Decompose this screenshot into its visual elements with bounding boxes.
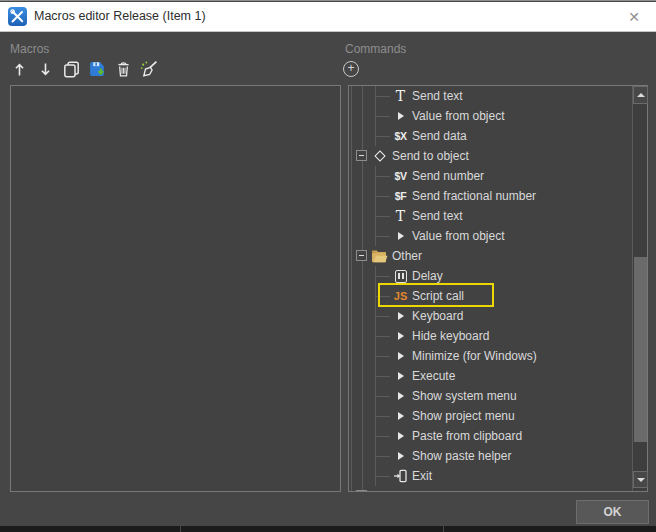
background-window-strip (0, 526, 656, 532)
scrollbar-thumb[interactable] (634, 257, 647, 442)
tree-item-label: Execute (412, 366, 455, 386)
triangle-down-icon (637, 478, 645, 482)
tree-item[interactable]: Minimize (for Windows) (349, 346, 632, 366)
tree-item-label: Send text (412, 206, 463, 226)
folder-closed-icon (372, 490, 388, 492)
arrow-icon (398, 432, 404, 440)
tree-item[interactable]: Execute (349, 366, 632, 386)
exit-door-icon (393, 469, 408, 483)
tree-scrollbar[interactable] (632, 86, 647, 491)
tree-item[interactable]: Hide keyboard (349, 326, 632, 346)
tree-item[interactable]: Exit (349, 466, 632, 486)
arrow-down-icon (38, 61, 53, 78)
save-button[interactable] (87, 59, 107, 79)
tree-item[interactable]: Other (349, 246, 632, 266)
duplicate-button[interactable] (61, 59, 81, 79)
tree-item[interactable]: $XSend data (349, 126, 632, 146)
tree-expander[interactable] (356, 250, 367, 261)
tree-item-label: Hide keyboard (412, 326, 489, 346)
arrow-icon (398, 452, 404, 460)
delete-button[interactable] (113, 59, 133, 79)
tree-item[interactable]: Runtime (349, 486, 632, 491)
scroll-up-button[interactable] (633, 86, 648, 104)
macros-list[interactable] (10, 85, 341, 492)
tree-item-label: Other (392, 246, 422, 266)
tree-item-label: Send to object (392, 146, 469, 166)
add-command-icon[interactable]: + (343, 61, 359, 77)
tree-item[interactable]: Show project menu (349, 406, 632, 426)
trash-icon (116, 61, 131, 78)
arrow-up-icon (12, 61, 27, 78)
macros-label: Macros (10, 42, 49, 56)
window-title: Macros editor Release (Item 1) (34, 9, 206, 23)
close-button[interactable]: ✕ (620, 5, 648, 29)
tree-item-label: Minimize (for Windows) (412, 346, 537, 366)
copy-icon (63, 61, 80, 78)
tree-item-label: Show system menu (412, 386, 517, 406)
arrow-icon (398, 412, 404, 420)
arrow-icon (398, 372, 404, 380)
macros-toolbar (9, 59, 159, 79)
tree-item-label: Send fractional number (412, 186, 536, 206)
background-window-edge (443, 526, 444, 532)
titlebar: Macros editor Release (Item 1) ✕ (0, 2, 656, 32)
tree-item[interactable]: Paste from clipboard (349, 426, 632, 446)
tree-expander[interactable] (356, 490, 367, 491)
tree-item[interactable]: Show system menu (349, 386, 632, 406)
tree-item[interactable]: Value from object (349, 106, 632, 126)
tree-item[interactable]: $VSend number (349, 166, 632, 186)
folder-open-icon (371, 249, 388, 263)
delay-pause-icon (395, 270, 407, 283)
tree-item-label: Show project menu (412, 406, 515, 426)
send-fractional-icon: $F (395, 190, 406, 202)
broom-icon (140, 60, 158, 78)
commands-label: Commands (345, 42, 406, 56)
send-number-icon: $V (395, 170, 407, 182)
tree-item[interactable]: Keyboard (349, 306, 632, 326)
commands-tree-panel: TSend textValue from object$XSend dataSe… (348, 85, 648, 492)
tree-item-label: Send number (412, 166, 484, 186)
arrow-icon (398, 352, 404, 360)
tree-item[interactable]: $FSend fractional number (349, 186, 632, 206)
text-icon: T (396, 209, 405, 223)
scroll-down-button[interactable] (633, 471, 648, 488)
ok-button[interactable]: OK (576, 500, 649, 524)
triangle-up-icon (637, 93, 645, 97)
move-up-button[interactable] (9, 59, 29, 79)
dialog-body: Macros Commands + (0, 32, 656, 526)
tree-item-label: Runtime (392, 486, 437, 491)
diamond-icon (374, 150, 385, 161)
save-floppy-icon (88, 60, 106, 78)
move-down-button[interactable] (35, 59, 55, 79)
tree-item-label: Paste from clipboard (412, 426, 522, 446)
arrow-icon (398, 312, 404, 320)
arrow-icon (398, 332, 404, 340)
tree-item[interactable]: Value from object (349, 226, 632, 246)
tree-item-label: Show paste helper (412, 446, 511, 466)
tree-item-label: Value from object (412, 106, 505, 126)
clean-button[interactable] (139, 59, 159, 79)
arrow-icon (398, 232, 404, 240)
tree-item-label: Send text (412, 86, 463, 106)
commands-tree: TSend textValue from object$XSend dataSe… (349, 86, 647, 491)
tree-item-label: Value from object (412, 226, 505, 246)
tree-expander[interactable] (356, 150, 367, 161)
tree-item-label: Send data (412, 126, 467, 146)
tree-item-label: Exit (412, 466, 432, 486)
text-icon: T (396, 89, 405, 103)
arrow-icon (398, 392, 404, 400)
tree-item[interactable]: TSend text (349, 86, 632, 106)
tree-item[interactable]: TSend text (349, 206, 632, 226)
tree-item-label: Keyboard (412, 306, 463, 326)
background-window-edge (180, 526, 181, 532)
app-tools-icon (8, 7, 27, 26)
send-data-icon: $X (395, 130, 407, 142)
script-call-highlight (378, 283, 494, 307)
tree-item[interactable]: Show paste helper (349, 446, 632, 466)
tree-item[interactable]: Send to object (349, 146, 632, 166)
arrow-icon (398, 112, 404, 120)
macros-editor-dialog: Macros editor Release (Item 1) ✕ Macros (0, 0, 656, 532)
